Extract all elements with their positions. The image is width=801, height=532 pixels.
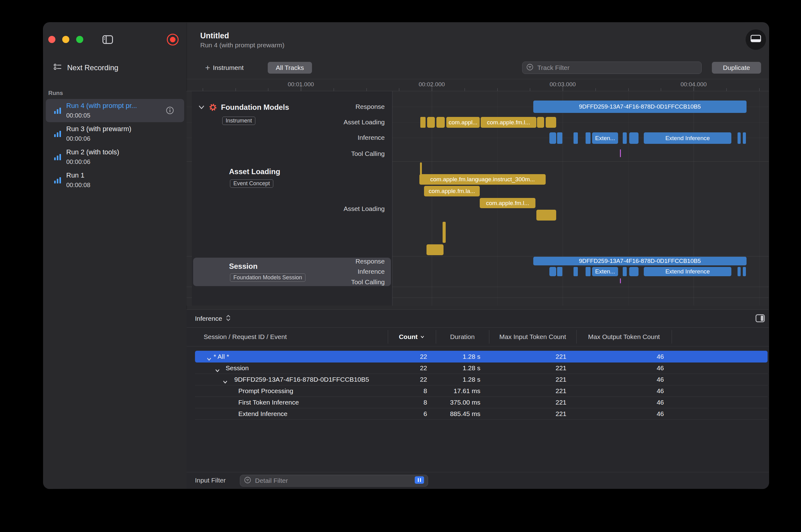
instrument-asset-loading-interval[interactable] xyxy=(420,117,426,128)
session-response-interval[interactable]: 9DFFD259-13A7-4F16-878D-0D1FFCCB10B5 xyxy=(533,257,747,265)
column-header-max-input[interactable]: Max Input Token Count xyxy=(499,332,566,341)
session-inference-interval[interactable] xyxy=(743,267,746,276)
run-item[interactable]: Run 4 (with prompt pr...00:00:05 xyxy=(46,99,184,122)
detail-mode-popup[interactable]: Inference xyxy=(195,314,230,324)
detail-filter-bar: Input Filter xyxy=(187,472,769,489)
column-header-count[interactable]: Count xyxy=(399,332,425,341)
zoom-button[interactable] xyxy=(76,36,83,43)
max-input-token-value: 221 xyxy=(556,351,566,362)
duplicate-button[interactable]: Duplicate xyxy=(712,62,761,74)
instrument-inference-interval[interactable] xyxy=(743,132,746,144)
recording-settings-icon xyxy=(54,63,61,72)
instrument-track-title[interactable]: Foundation Models xyxy=(221,103,289,112)
session-inference-interval[interactable]: Extend Inference xyxy=(644,267,731,276)
column-header-duration[interactable]: Duration xyxy=(450,332,474,341)
table-row[interactable]: Extend Inference6885.45 ms22146 xyxy=(195,408,768,420)
instrument-inference-interval[interactable]: Exten... xyxy=(592,132,618,144)
event-concept-tag: Event Concept xyxy=(230,179,273,188)
instrument-asset-loading-interval[interactable]: com.appl... xyxy=(446,117,480,128)
next-recording-item[interactable]: Next Recording xyxy=(54,63,118,72)
add-instrument-label: Instrument xyxy=(213,64,244,72)
session-inference-interval[interactable] xyxy=(549,267,556,276)
max-input-token-value: 221 xyxy=(556,385,566,397)
session-tool-calling-interval[interactable] xyxy=(620,278,621,283)
instrument-tool-calling-interval[interactable] xyxy=(620,149,621,157)
count-value: 22 xyxy=(420,351,427,362)
display-target-button[interactable] xyxy=(746,30,766,50)
info-icon[interactable] xyxy=(166,107,174,116)
bar-chart-icon xyxy=(54,154,61,162)
session-inference-interval[interactable] xyxy=(629,267,638,276)
session-inference-interval[interactable] xyxy=(738,267,741,276)
max-output-token-value: 46 xyxy=(657,385,664,397)
event-label: * All * xyxy=(213,351,229,362)
asset-loading-row-5-interval[interactable] xyxy=(443,222,446,243)
instruments-window: Next Recording Runs Run 4 (with prompt p… xyxy=(43,23,769,489)
minimize-button[interactable] xyxy=(62,36,69,43)
instrument-inference-interval[interactable] xyxy=(629,132,638,144)
event-label: Session xyxy=(226,362,249,374)
close-button[interactable] xyxy=(48,36,55,43)
session-inference-interval[interactable] xyxy=(574,267,578,276)
document-title: Untitled xyxy=(200,31,229,40)
track-filter-field[interactable] xyxy=(522,61,702,74)
instrument-asset-loading-interval[interactable] xyxy=(546,117,556,128)
instrument-inference-interval[interactable] xyxy=(557,132,562,144)
asset-loading-row-0-interval[interactable] xyxy=(420,163,422,175)
asset-loading-row-2-interval[interactable]: com.apple.fm.la... xyxy=(424,186,480,196)
asset-loading-row-1-interval[interactable]: com.apple.fm.language.instruct_300m... xyxy=(420,174,546,185)
instrument-asset-loading-interval[interactable] xyxy=(427,117,435,128)
session-inference-interval[interactable] xyxy=(585,267,591,276)
column-header-max-output[interactable]: Max Output Token Count xyxy=(588,332,660,341)
instrument-inference-interval[interactable] xyxy=(585,132,591,144)
max-input-token-value: 221 xyxy=(556,374,566,385)
event-label: Prompt Processing xyxy=(238,385,293,397)
instrument-tag: Instrument xyxy=(222,117,255,125)
detail-pane: Inference Session / Request ID / Event C… xyxy=(187,309,769,489)
lane-label: Inference xyxy=(357,134,385,142)
asset-loading-row-4-interval[interactable] xyxy=(536,210,556,221)
bar-chart-icon xyxy=(54,177,61,185)
instrument-inference-interval[interactable] xyxy=(623,132,627,144)
chevron-down-icon[interactable] xyxy=(198,104,205,112)
table-row[interactable]: Prompt Processing817.61 ms22146 xyxy=(195,385,768,397)
column-header-event[interactable]: Session / Request ID / Event xyxy=(204,332,286,341)
inspector-toggle-icon[interactable] xyxy=(756,314,765,324)
lane-label: Tool Calling xyxy=(351,278,385,286)
instrument-asset-loading-interval[interactable] xyxy=(436,117,445,128)
instrument-response-interval[interactable]: 9DFFD259-13A7-4F16-878D-0D1FFCCB10B5 xyxy=(533,100,747,113)
session-inference-interval[interactable] xyxy=(557,267,562,276)
asset-loading-row-6-interval[interactable] xyxy=(427,244,444,255)
run-item[interactable]: Run 100:00:08 xyxy=(46,169,184,192)
table-row[interactable]: Session221.28 s22146 xyxy=(195,362,768,374)
asset-loading-row-3-interval[interactable]: com.apple.fm.l... xyxy=(480,198,536,208)
detail-toolbar: Inference xyxy=(187,310,769,327)
table-row[interactable]: * All *221.28 s22146 xyxy=(195,351,768,362)
instrument-inference-interval[interactable] xyxy=(574,132,578,144)
table-row[interactable]: 9DFFD259-13A7-4F16-878D-0D1FFCCB10B5221.… xyxy=(195,374,768,385)
detail-filter-field[interactable] xyxy=(240,475,428,487)
input-filter-label: Input Filter xyxy=(195,477,226,484)
track-filter-input[interactable] xyxy=(537,64,697,72)
record-button[interactable] xyxy=(167,34,179,45)
filter-mode-toggle-icon[interactable] xyxy=(415,476,424,485)
session-inference-interval[interactable]: Exten... xyxy=(592,267,618,276)
add-instrument-button[interactable]: + Instrument xyxy=(205,62,244,73)
instrument-asset-loading-interval[interactable] xyxy=(537,117,544,128)
asset-loading-track-title[interactable]: Asset Loading xyxy=(229,167,280,176)
instrument-inference-interval[interactable]: Extend Inference xyxy=(644,132,731,144)
run-item[interactable]: Run 3 (with prewarm)00:00:06 xyxy=(46,122,184,145)
run-item[interactable]: Run 2 (with tools)00:00:06 xyxy=(46,145,184,169)
table-row[interactable]: First Token Inference8375.00 ms22146 xyxy=(195,397,768,408)
instrument-inference-interval[interactable] xyxy=(549,132,556,144)
instrument-asset-loading-interval[interactable]: com.apple.fm.l... xyxy=(481,117,536,128)
all-tracks-button[interactable]: All Tracks xyxy=(268,62,312,74)
detail-filter-input[interactable] xyxy=(255,477,412,485)
sidebar-toggle-icon[interactable] xyxy=(103,35,113,44)
track-header-panel: Foundation Models Instrument Asset Loadi… xyxy=(192,91,392,306)
instrument-inference-interval[interactable] xyxy=(738,132,741,144)
max-output-token-value: 46 xyxy=(657,362,664,374)
session-inference-interval[interactable] xyxy=(623,267,627,276)
session-track-title[interactable]: Session xyxy=(229,262,258,271)
time-ruler[interactable]: 00:00.00000:01.00000:02.00000:03.00000:0… xyxy=(187,79,769,91)
